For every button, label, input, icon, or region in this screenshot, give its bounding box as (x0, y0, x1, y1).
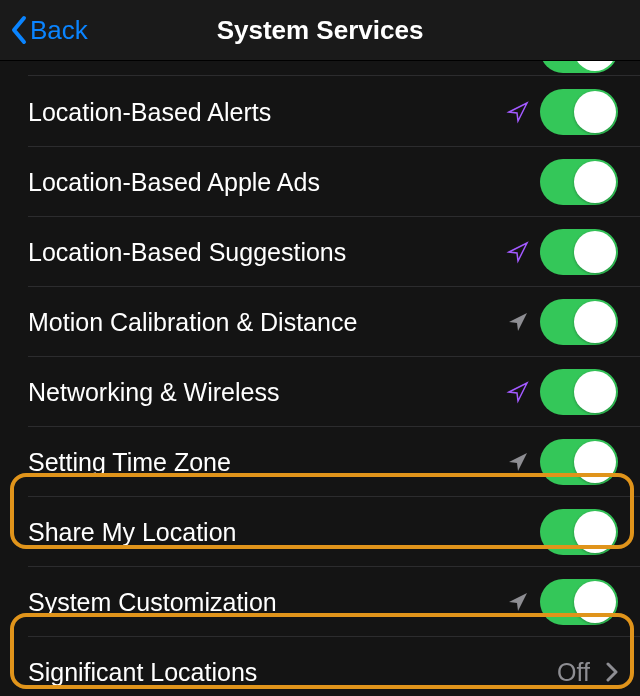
detail-value: Off (557, 658, 590, 687)
location-arrow-icon (506, 310, 530, 334)
nav-bar: Back System Services (0, 0, 640, 61)
location-arrow-icon (506, 380, 530, 404)
row-significant-locations[interactable]: Significant Locations Off (0, 637, 640, 696)
row-label: Location-Based Apple Ads (28, 168, 540, 197)
toggle-share-my-location[interactable] (540, 509, 618, 555)
toggle-location-based-suggestions[interactable] (540, 229, 618, 275)
toggle-location-based-alerts[interactable] (540, 89, 618, 135)
location-arrow-icon (506, 100, 530, 124)
row-label: Networking & Wireless (28, 378, 506, 407)
settings-list: Location-Based Alerts Location-Based App… (0, 61, 640, 696)
row-share-my-location: Share My Location (0, 497, 640, 567)
row-setting-time-zone: Setting Time Zone (0, 427, 640, 497)
row-location-based-alerts: Location-Based Alerts (0, 77, 640, 147)
row-location-based-apple-ads: Location-Based Apple Ads (0, 147, 640, 217)
toggle-system-customization[interactable] (540, 579, 618, 625)
toggle-setting-time-zone[interactable] (540, 439, 618, 485)
row-location-based-suggestions: Location-Based Suggestions (0, 217, 640, 287)
location-arrow-icon (506, 590, 530, 614)
partial-toggle-above[interactable] (540, 61, 618, 73)
chevron-right-icon (606, 662, 618, 682)
row-system-customization: System Customization (0, 567, 640, 637)
location-arrow-icon (506, 240, 530, 264)
row-label: System Customization (28, 588, 506, 617)
row-label: Significant Locations (28, 658, 557, 687)
back-label: Back (30, 15, 88, 46)
row-motion-calibration: Motion Calibration & Distance (0, 287, 640, 357)
row-label: Motion Calibration & Distance (28, 308, 506, 337)
row-label: Setting Time Zone (28, 448, 506, 477)
row-label: Location-Based Alerts (28, 98, 506, 127)
location-arrow-icon (506, 450, 530, 474)
toggle-networking-wireless[interactable] (540, 369, 618, 415)
toggle-location-based-apple-ads[interactable] (540, 159, 618, 205)
row-label: Share My Location (28, 518, 540, 547)
page-title: System Services (217, 15, 424, 46)
back-button[interactable]: Back (0, 15, 88, 46)
row-label: Location-Based Suggestions (28, 238, 506, 267)
chevron-left-icon (10, 15, 28, 45)
toggle-motion-calibration[interactable] (540, 299, 618, 345)
row-networking-wireless: Networking & Wireless (0, 357, 640, 427)
